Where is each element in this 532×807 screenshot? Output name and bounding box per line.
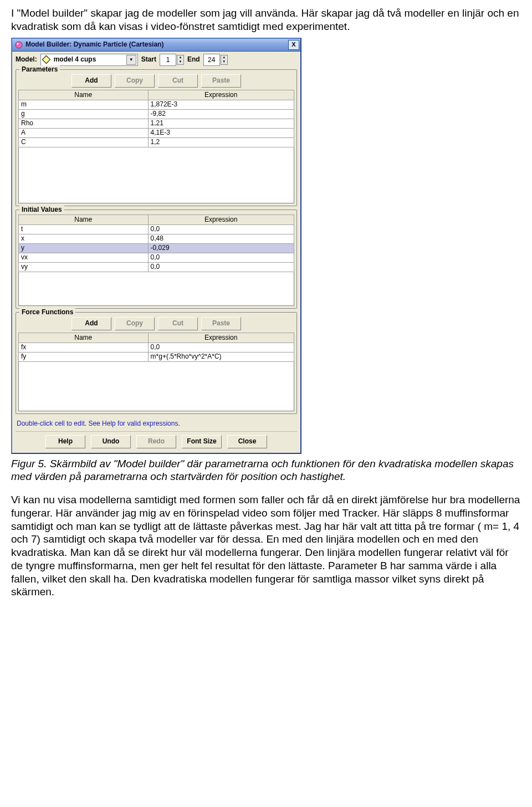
col-name: Name <box>19 333 149 343</box>
col-name: Name <box>19 90 149 100</box>
force-functions-group: Force Functions Add Copy Cut Paste Name … <box>16 312 297 414</box>
body-paragraph: Vi kan nu visa modellerna samtidigt med … <box>11 493 521 599</box>
svg-point-0 <box>16 42 22 48</box>
redo-button[interactable]: Redo <box>136 435 176 448</box>
add-button[interactable]: Add <box>71 317 111 330</box>
diamond-icon <box>42 55 50 64</box>
blank-area <box>18 272 294 306</box>
initial-title: Initial Values <box>19 206 64 214</box>
bottom-buttons: Help Undo Redo Font Size Close <box>16 431 297 450</box>
start-input[interactable] <box>160 54 176 66</box>
titlebar: Model Builder: Dynamic Particle (Cartesi… <box>12 39 300 52</box>
app-icon <box>14 40 23 49</box>
model-builder-window: Model Builder: Dynamic Particle (Cartesi… <box>11 38 301 454</box>
model-label: Model: <box>16 55 37 64</box>
table-row: vy0,0 <box>19 262 294 272</box>
table-row: x0,48 <box>19 234 294 243</box>
parameters-table[interactable]: Name Expression m1,872E-3 g-9,82 Rho1,21… <box>18 90 294 147</box>
force-table[interactable]: Name Expression fx0,0 fym*g+(.5*Rho*vy^2… <box>18 333 294 362</box>
undo-button[interactable]: Undo <box>91 435 131 448</box>
end-spinner[interactable]: ▲▼ <box>203 54 228 66</box>
col-name: Name <box>19 214 149 224</box>
spin-down-icon[interactable]: ▼ <box>177 60 183 64</box>
start-spinner[interactable]: ▲▼ <box>160 54 184 66</box>
copy-button[interactable]: Copy <box>115 317 155 330</box>
paste-button[interactable]: Paste <box>201 317 241 330</box>
close-icon[interactable]: X <box>288 40 299 50</box>
blank-area <box>18 147 294 203</box>
table-row: vx0,0 <box>19 253 294 262</box>
table-row: fym*g+(.5*Rho*vy^2*A*C) <box>19 352 294 361</box>
col-expr: Expression <box>148 90 294 100</box>
initial-table[interactable]: Name Expression t0,0 x0,48 y-0,029 vx0,0… <box>18 214 294 272</box>
end-input[interactable] <box>203 54 220 66</box>
add-button[interactable]: Add <box>71 74 111 88</box>
model-value: model 4 cups <box>54 55 126 64</box>
window-title: Model Builder: Dynamic Particle (Cartesi… <box>25 40 288 49</box>
table-row: C1,2 <box>19 137 294 147</box>
table-row: fx0,0 <box>19 343 294 352</box>
parameters-title: Parameters <box>19 65 60 74</box>
table-row: A4,1E-3 <box>19 128 294 137</box>
initial-values-group: Initial Values Name Expression t0,0 x0,4… <box>16 210 297 309</box>
table-row: Rho1,21 <box>19 119 294 128</box>
paste-button[interactable]: Paste <box>201 74 241 88</box>
end-label: End <box>187 55 200 64</box>
table-row: y-0,029 <box>19 243 294 253</box>
hint-text: Double-click cell to edit. See Help for … <box>16 417 297 431</box>
spin-up-icon[interactable]: ▲ <box>177 55 183 60</box>
fontsize-button[interactable]: Font Size <box>182 435 222 448</box>
force-title: Force Functions <box>19 308 75 316</box>
help-button[interactable]: Help <box>45 435 85 448</box>
col-expr: Expression <box>148 333 294 343</box>
close-button[interactable]: Close <box>227 435 267 448</box>
spin-up-icon[interactable]: ▲ <box>221 55 227 60</box>
svg-point-1 <box>17 43 19 44</box>
chevron-down-icon: ▼ <box>126 55 136 65</box>
cut-button[interactable]: Cut <box>158 317 198 330</box>
model-row: Model: model 4 cups ▼ Start ▲▼ End ▲▼ <box>16 54 297 66</box>
intro-paragraph: I "Model builder" skapar jag de modeller… <box>11 7 521 33</box>
cut-button[interactable]: Cut <box>158 74 198 88</box>
table-row: m1,872E-3 <box>19 100 294 109</box>
table-row: g-9,82 <box>19 109 294 119</box>
table-row: t0,0 <box>19 224 294 234</box>
figure-caption: Figur 5. Skärmbild av "Model builder" dä… <box>11 457 521 484</box>
parameters-group: Parameters Add Copy Cut Paste Name Expre… <box>16 69 297 206</box>
spin-down-icon[interactable]: ▼ <box>221 60 227 64</box>
blank-area <box>18 362 294 411</box>
start-label: Start <box>141 55 156 64</box>
copy-button[interactable]: Copy <box>115 74 155 88</box>
col-expr: Expression <box>148 214 294 224</box>
model-combobox[interactable]: model 4 cups ▼ <box>40 54 138 66</box>
